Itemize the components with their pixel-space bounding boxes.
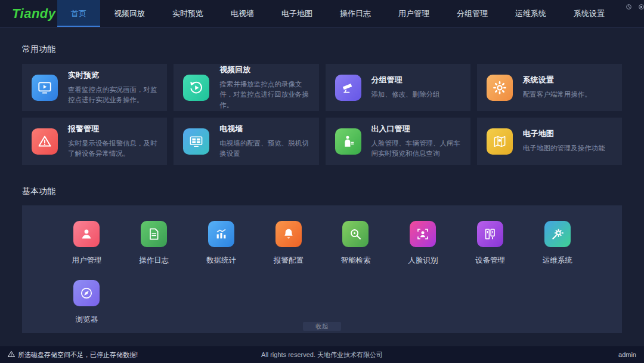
card-system-settings[interactable]: 系统设置配置客户端常用操作。 [477, 64, 622, 111]
card-text: 电子地图电子地图的管理及操作功能 [523, 128, 605, 153]
app-label: 浏览器 [76, 315, 98, 325]
card-description: 配置客户端常用操作。 [523, 90, 592, 100]
app-ops-system[interactable]: 运维系统 [529, 221, 586, 266]
clock-icon[interactable] [626, 4, 632, 10]
lock-screen-icon[interactable] [638, 4, 644, 10]
app-label: 运维系统 [543, 256, 572, 266]
card-video-playback[interactable]: 视频回放搜索并播放监控点的录像文件，对监控点进行回放业务操作。 [174, 64, 318, 111]
app-face-recognition[interactable]: 人脸识别 [394, 221, 451, 266]
tab-group-management[interactable]: 分组管理 [443, 0, 501, 27]
tab-ops-system[interactable]: 运维系统 [501, 0, 560, 27]
card-description: 查看监控点的实况画面，对监控点进行实况业务操作。 [68, 85, 157, 106]
gear-icon [487, 75, 513, 101]
app-data-statistics[interactable]: 数据统计 [193, 221, 250, 266]
gate-icon [335, 128, 361, 155]
log-doc-icon [141, 221, 167, 247]
monitor-play-icon [32, 75, 58, 101]
user-icon [73, 221, 100, 247]
window-controls: 14:31:32 [618, 0, 644, 27]
card-title: 分组管理 [371, 75, 440, 85]
card-title: 电视墙 [219, 124, 309, 134]
app-device-management[interactable]: 设备管理 [462, 221, 519, 266]
bell-icon [275, 221, 302, 247]
card-title: 出入口管理 [371, 124, 461, 134]
ptz-camera-icon [335, 75, 361, 101]
stats-icon [208, 221, 234, 247]
app-operation-log[interactable]: 操作日志 [125, 221, 182, 266]
card-description: 添加、修改、删除分组 [371, 90, 440, 100]
tab-live-preview[interactable]: 实时预览 [159, 0, 217, 27]
title-bar: Tiandy 首页视频回放实时预览电视墙电子地图操作日志用户管理分组管理运维系统… [0, 0, 644, 27]
warning-triangle-icon [32, 128, 58, 155]
logged-in-user: admin [618, 351, 636, 358]
basic-functions-title: 基本功能 [22, 186, 622, 197]
card-text: 出入口管理人脸管理、车辆管理、人闸车闸实时预览和信息查询 [371, 124, 461, 159]
app-user-management[interactable]: 用户管理 [58, 221, 115, 266]
app-label: 人脸识别 [408, 256, 438, 266]
card-text: 实时预览查看监控点的实况画面，对监控点进行实况业务操作。 [68, 70, 157, 106]
tab-e-map[interactable]: 电子地图 [268, 0, 326, 27]
card-text: 分组管理添加、修改、删除分组 [371, 75, 440, 100]
card-title: 电子地图 [523, 128, 605, 139]
card-text: 系统设置配置客户端常用操作。 [523, 75, 592, 100]
tab-user-management[interactable]: 用户管理 [385, 0, 443, 27]
app-label: 智能检索 [340, 256, 370, 266]
storage-warning-text: 所选磁盘存储空间不足，已停止存储数据! [18, 350, 138, 359]
nav-tabs: 首页视频回放实时预览电视墙电子地图操作日志用户管理分组管理运维系统系统设置 [57, 0, 618, 27]
copyright-text: All rights reserved. 天地伟业技术有限公司 [261, 350, 383, 359]
card-group-management[interactable]: 分组管理添加、修改、删除分组 [326, 64, 470, 111]
card-text: 电视墙电视墙的配置、预览、脱机切换设置 [219, 124, 309, 159]
card-title: 报警管理 [68, 124, 157, 134]
card-title: 实时预览 [68, 70, 157, 81]
brand-logo: Tiandy [0, 0, 57, 27]
tv-wall-icon [183, 128, 209, 155]
tab-system-settings[interactable]: 系统设置 [560, 0, 618, 27]
status-bar: 所选磁盘存储空间不足，已停止存储数据! All rights reserved.… [0, 346, 644, 363]
card-text: 报警管理实时显示设备报警信息，及时了解设备异常情况。 [68, 124, 157, 159]
card-tv-wall[interactable]: 电视墙电视墙的配置、预览、脱机切换设置 [174, 118, 318, 165]
card-description: 搜索并播放监控点的录像文件，对监控点进行回放业务操作。 [219, 79, 309, 110]
collapse-button[interactable]: 收起 [303, 322, 341, 331]
card-title: 视频回放 [219, 64, 309, 75]
app-smart-search[interactable]: 智能检索 [327, 221, 384, 266]
card-description: 电子地图的管理及操作功能 [523, 143, 605, 153]
tab-home[interactable]: 首页 [57, 0, 100, 27]
replay-icon [183, 75, 209, 101]
app-label: 数据统计 [206, 256, 236, 266]
card-entrance-management[interactable]: 出入口管理人脸管理、车辆管理、人闸车闸实时预览和信息查询 [326, 118, 470, 165]
card-alarm-management[interactable]: 报警管理实时显示设备报警信息，及时了解设备异常情况。 [22, 118, 167, 165]
ops-gear-wrench-icon [544, 221, 571, 247]
card-text: 视频回放搜索并播放监控点的录像文件，对监控点进行回放业务操作。 [219, 64, 309, 110]
app-label: 设备管理 [475, 256, 505, 266]
common-functions-title: 常用功能 [22, 44, 622, 55]
app-browser[interactable]: 浏览器 [58, 280, 115, 325]
warning-icon [8, 350, 15, 359]
devices-icon [477, 221, 503, 247]
card-e-map[interactable]: 电子地图电子地图的管理及操作功能 [477, 118, 622, 165]
basic-functions-panel: 用户管理操作日志数据统计报警配置智能检索人脸识别设备管理运维系统浏览器 收起 [22, 205, 622, 333]
compass-icon [73, 280, 100, 306]
main-content: 常用功能 实时预览查看监控点的实况画面，对监控点进行实况业务操作。视频回放搜索并… [0, 44, 644, 333]
card-description: 电视墙的配置、预览、脱机切换设置 [219, 139, 309, 159]
common-functions-grid: 实时预览查看监控点的实况画面，对监控点进行实况业务操作。视频回放搜索并播放监控点… [22, 64, 622, 165]
tab-video-playback[interactable]: 视频回放 [100, 0, 159, 27]
basic-apps-grid: 用户管理操作日志数据统计报警配置智能检索人脸识别设备管理运维系统浏览器 [53, 221, 591, 325]
card-description: 实时显示设备报警信息，及时了解设备异常情况。 [68, 139, 157, 159]
storage-warning: 所选磁盘存储空间不足，已停止存储数据! [8, 350, 138, 359]
face-id-icon [410, 221, 436, 247]
app-label: 报警配置 [274, 256, 304, 266]
card-description: 人脸管理、车辆管理、人闸车闸实时预览和信息查询 [371, 139, 461, 159]
smart-search-icon [342, 221, 369, 247]
app-label: 操作日志 [139, 256, 169, 266]
card-title: 系统设置 [523, 75, 592, 85]
tab-tv-wall[interactable]: 电视墙 [217, 0, 268, 27]
tab-operation-log[interactable]: 操作日志 [326, 0, 385, 27]
card-live-preview[interactable]: 实时预览查看监控点的实况画面，对监控点进行实况业务操作。 [22, 64, 167, 111]
app-label: 用户管理 [72, 256, 101, 266]
app-alarm-config[interactable]: 报警配置 [260, 221, 317, 266]
map-pin-icon [487, 128, 513, 155]
